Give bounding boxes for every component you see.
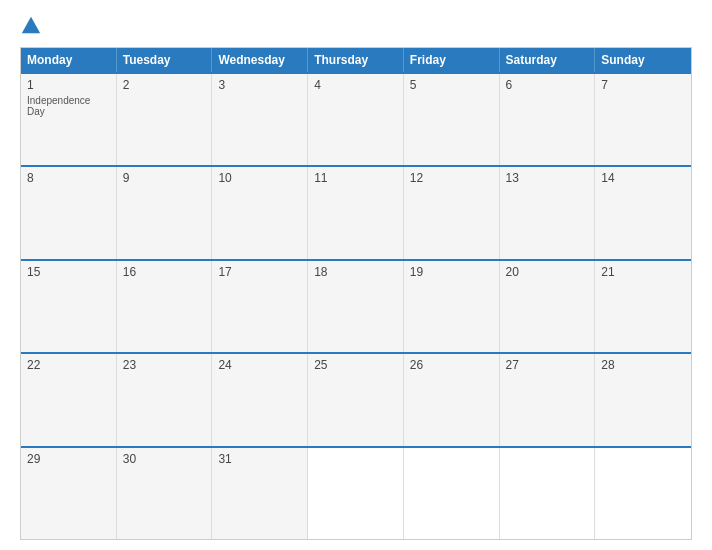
day-cell: 4	[308, 74, 404, 165]
day-number: 27	[506, 358, 589, 372]
day-number: 13	[506, 171, 589, 185]
day-cell: 2	[117, 74, 213, 165]
day-cell: 31	[212, 448, 308, 539]
day-number: 1	[27, 78, 110, 92]
day-number: 2	[123, 78, 206, 92]
day-number: 7	[601, 78, 685, 92]
day-cell: 30	[117, 448, 213, 539]
day-number: 19	[410, 265, 493, 279]
day-cell: 18	[308, 261, 404, 352]
event-label: Independence Day	[27, 95, 110, 117]
day-cell: 27	[500, 354, 596, 445]
day-header-thursday: Thursday	[308, 48, 404, 72]
day-cell: 9	[117, 167, 213, 258]
day-number: 11	[314, 171, 397, 185]
day-cell: 14	[595, 167, 691, 258]
day-cell: 20	[500, 261, 596, 352]
logo-icon	[20, 15, 42, 37]
svg-marker-0	[22, 17, 40, 34]
week-row-2: 891011121314	[21, 165, 691, 258]
day-number: 30	[123, 452, 206, 466]
day-number: 28	[601, 358, 685, 372]
day-headers-row: MondayTuesdayWednesdayThursdayFridaySatu…	[21, 48, 691, 72]
day-cell: 16	[117, 261, 213, 352]
day-cell: 13	[500, 167, 596, 258]
day-number: 10	[218, 171, 301, 185]
day-number: 14	[601, 171, 685, 185]
day-cell	[595, 448, 691, 539]
day-cell: 1Independence Day	[21, 74, 117, 165]
logo	[20, 15, 46, 37]
week-row-4: 22232425262728	[21, 352, 691, 445]
day-header-saturday: Saturday	[500, 48, 596, 72]
day-cell: 26	[404, 354, 500, 445]
day-cell	[404, 448, 500, 539]
calendar-grid: MondayTuesdayWednesdayThursdayFridaySatu…	[20, 47, 692, 540]
day-cell: 25	[308, 354, 404, 445]
day-cell: 19	[404, 261, 500, 352]
day-cell: 10	[212, 167, 308, 258]
day-number: 26	[410, 358, 493, 372]
day-number: 6	[506, 78, 589, 92]
day-number: 15	[27, 265, 110, 279]
day-cell: 22	[21, 354, 117, 445]
day-cell: 28	[595, 354, 691, 445]
day-cell: 7	[595, 74, 691, 165]
day-number: 4	[314, 78, 397, 92]
day-header-sunday: Sunday	[595, 48, 691, 72]
day-number: 29	[27, 452, 110, 466]
day-cell: 23	[117, 354, 213, 445]
day-number: 20	[506, 265, 589, 279]
day-cell: 17	[212, 261, 308, 352]
day-number: 25	[314, 358, 397, 372]
weeks-container: 1Independence Day23456789101112131415161…	[21, 72, 691, 539]
day-number: 21	[601, 265, 685, 279]
day-cell: 5	[404, 74, 500, 165]
day-cell: 29	[21, 448, 117, 539]
calendar-page: MondayTuesdayWednesdayThursdayFridaySatu…	[0, 0, 712, 550]
day-number: 23	[123, 358, 206, 372]
day-number: 12	[410, 171, 493, 185]
day-header-monday: Monday	[21, 48, 117, 72]
day-number: 5	[410, 78, 493, 92]
day-number: 31	[218, 452, 301, 466]
week-row-3: 15161718192021	[21, 259, 691, 352]
day-header-friday: Friday	[404, 48, 500, 72]
day-header-tuesday: Tuesday	[117, 48, 213, 72]
day-number: 8	[27, 171, 110, 185]
day-header-wednesday: Wednesday	[212, 48, 308, 72]
day-cell: 24	[212, 354, 308, 445]
day-number: 17	[218, 265, 301, 279]
week-row-1: 1Independence Day234567	[21, 72, 691, 165]
day-number: 9	[123, 171, 206, 185]
day-cell: 6	[500, 74, 596, 165]
day-number: 3	[218, 78, 301, 92]
day-cell: 3	[212, 74, 308, 165]
header	[20, 15, 692, 37]
day-cell: 21	[595, 261, 691, 352]
day-cell: 15	[21, 261, 117, 352]
day-number: 24	[218, 358, 301, 372]
day-cell	[500, 448, 596, 539]
day-cell: 8	[21, 167, 117, 258]
day-number: 22	[27, 358, 110, 372]
day-number: 16	[123, 265, 206, 279]
week-row-5: 293031	[21, 446, 691, 539]
day-cell	[308, 448, 404, 539]
day-number: 18	[314, 265, 397, 279]
day-cell: 11	[308, 167, 404, 258]
day-cell: 12	[404, 167, 500, 258]
